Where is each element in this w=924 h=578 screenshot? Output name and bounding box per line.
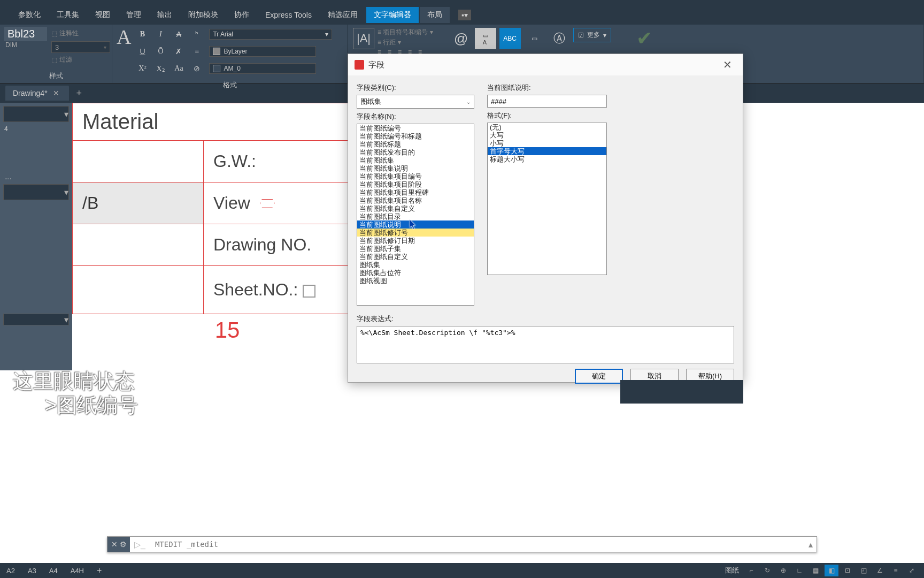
italic-button[interactable]: I: [155, 28, 166, 40]
ribbon-overflow-icon[interactable]: ▪▾: [451, 7, 479, 22]
overline-button[interactable]: Ō: [155, 45, 166, 57]
list-item[interactable]: 当前图纸集项目编号: [357, 172, 474, 180]
linespace-button[interactable]: ≡ 行距 ▾: [378, 38, 433, 47]
status-refresh-icon[interactable]: ↻: [760, 565, 774, 576]
font-select[interactable]: Tr Arial▾: [209, 29, 332, 40]
list-item[interactable]: 当前图纸集项目里程碑: [357, 188, 474, 196]
justify-icon[interactable]: |A|: [353, 28, 374, 49]
status-ucs-icon[interactable]: ⌐: [744, 565, 758, 576]
status-otrack-icon[interactable]: ∠: [873, 565, 887, 576]
layout-tab[interactable]: A4: [43, 565, 64, 577]
list-item[interactable]: 当前图纸集自定义: [357, 204, 474, 212]
underline-button[interactable]: U: [136, 45, 148, 57]
status-osnap-icon[interactable]: ◰: [857, 565, 871, 576]
list-item[interactable]: 当前图纸集: [357, 156, 474, 164]
list-item[interactable]: 当前图纸修订日期: [357, 237, 474, 245]
ribbon-tab[interactable]: 输出: [150, 7, 180, 23]
list-item[interactable]: 图纸集占位符: [357, 269, 474, 277]
list-item[interactable]: 当前图纸子集: [357, 245, 474, 253]
list-item[interactable]: 当前图纸发布目的: [357, 148, 474, 156]
new-tab-button[interactable]: +: [69, 88, 90, 99]
layout-tab[interactable]: A2: [0, 565, 21, 577]
strike-button[interactable]: A: [173, 28, 184, 40]
close-editor-icon[interactable]: ✔: [634, 28, 655, 49]
stack-button[interactable]: ≡: [191, 45, 203, 57]
list-item[interactable]: 图纸集: [357, 261, 474, 269]
field-icon[interactable]: ▭A: [475, 28, 496, 49]
annotative-toggle[interactable]: ⬚注释性: [51, 29, 110, 38]
ribbon-tab[interactable]: Express Tools: [258, 7, 319, 22]
list-item[interactable]: 大写: [488, 131, 606, 139]
ribbon-tab[interactable]: 协作: [227, 7, 257, 23]
style-filter[interactable]: ⬚过滤: [51, 55, 110, 64]
list-item[interactable]: 首字母大写: [488, 147, 606, 155]
status-paper-label[interactable]: 图纸: [722, 566, 742, 575]
layer-select[interactable]: AM_0: [209, 63, 316, 74]
dictionary-icon[interactable]: ▭: [524, 28, 545, 49]
symbol-at-icon[interactable]: @: [450, 28, 472, 49]
spellcheck-icon[interactable]: ABC: [499, 28, 521, 49]
ribbon-tab[interactable]: 管理: [119, 7, 149, 23]
list-item[interactable]: 小写: [488, 139, 606, 147]
list-item[interactable]: 图纸视图: [357, 277, 474, 285]
sidebar-combo-1[interactable]: ▾: [3, 106, 69, 122]
ribbon-tab[interactable]: 文字编辑器: [366, 7, 419, 23]
ribbon-tab[interactable]: 布局: [420, 7, 450, 23]
ribbon-tab[interactable]: 视图: [88, 7, 118, 23]
status-polar-icon[interactable]: ⊡: [841, 565, 854, 576]
list-item[interactable]: 当前图纸编号: [357, 124, 474, 132]
subscript-button[interactable]: X₂: [155, 63, 166, 74]
status-snap-icon[interactable]: ∟: [792, 565, 806, 576]
match-formatting-icon[interactable]: A: [117, 27, 131, 78]
color-select[interactable]: ByLayer: [209, 46, 316, 57]
list-item[interactable]: 当前图纸标题: [357, 140, 474, 148]
list-item[interactable]: 当前图纸集项目阶段: [357, 180, 474, 188]
clear-button[interactable]: ✗: [173, 45, 184, 57]
aa-button[interactable]: Aa: [173, 63, 184, 74]
status-ortho-icon[interactable]: ◧: [825, 565, 838, 576]
current-desc-input[interactable]: [487, 95, 607, 108]
list-item[interactable]: (无): [488, 123, 606, 131]
field-name-listbox[interactable]: 当前图纸编号当前图纸编号和标题当前图纸标题当前图纸发布目的当前图纸集当前图纸集说…: [357, 124, 474, 306]
ribbon-tab[interactable]: 精选应用: [320, 7, 365, 23]
field-category-combo[interactable]: 图纸集⌄: [357, 95, 474, 109]
cmdline-handle[interactable]: ✕ ⚙: [107, 537, 130, 552]
ribbon-tab[interactable]: 参数化: [11, 7, 48, 23]
document-tab[interactable]: Drawing4* ✕: [5, 86, 69, 101]
command-line[interactable]: ✕ ⚙ ▷_ MTEDIT _mtedit ▴: [107, 536, 817, 552]
case-button[interactable]: ʰ: [191, 28, 203, 40]
status-dyn-icon[interactable]: ⊕: [776, 565, 790, 576]
cell-vb[interactable]: /B: [73, 182, 204, 224]
ribbon-tab[interactable]: 附加模块: [181, 7, 226, 23]
status-lineweight-icon[interactable]: ≡: [889, 565, 903, 576]
superscript-button[interactable]: X²: [136, 63, 148, 74]
cmdline-close-icon[interactable]: ✕: [111, 540, 118, 549]
dialog-close-icon[interactable]: ✕: [719, 56, 736, 73]
main-menubar[interactable]: [0, 0, 924, 5]
bold-button[interactable]: B: [136, 28, 148, 40]
sidebar-combo-2[interactable]: ▾: [3, 184, 69, 200]
findreplace-icon[interactable]: Ⓐ: [549, 28, 570, 49]
ok-button[interactable]: 确定: [575, 369, 623, 384]
list-item[interactable]: 标题大小写: [488, 155, 606, 163]
status-grid-icon[interactable]: ▦: [808, 565, 822, 576]
layout-tab[interactable]: A3: [21, 565, 43, 577]
list-item[interactable]: 当前图纸集项目名称: [357, 196, 474, 204]
list-item[interactable]: 当前图纸编号和标题: [357, 132, 474, 140]
status-scale-icon[interactable]: ⤢: [905, 565, 919, 576]
list-item[interactable]: 当前图纸集说明: [357, 164, 474, 172]
ribbon-tab[interactable]: 工具集: [49, 7, 87, 23]
bullets-button[interactable]: ≡ 项目符号和编号 ▾: [378, 28, 433, 37]
text-style-name[interactable]: Bbl23: [4, 27, 47, 41]
field-expr-input[interactable]: %<\AcSm Sheet.Description \f "%tc3">%: [357, 326, 734, 363]
close-icon[interactable]: ✕: [53, 89, 59, 97]
add-layout-button[interactable]: +: [90, 564, 108, 577]
layout-tab[interactable]: A4H: [64, 565, 90, 577]
text-height-combo[interactable]: 3▾: [51, 41, 110, 53]
format-listbox[interactable]: (无)大写小写首字母大写标题大小写: [487, 123, 607, 275]
more-button[interactable]: ☑更多▾: [573, 28, 611, 42]
list-item[interactable]: 当前图纸自定义: [357, 253, 474, 261]
sidebar-combo-3[interactable]: ▾: [3, 314, 69, 325]
cmdline-tool-icon[interactable]: ⚙: [120, 540, 127, 549]
clear2-button[interactable]: ⊘: [191, 63, 203, 74]
